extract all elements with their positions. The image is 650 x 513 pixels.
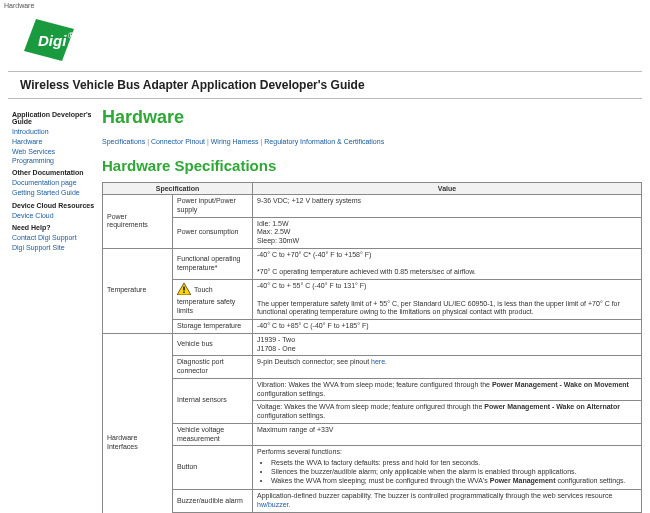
spec-value-cell: 9-36 VDC; +12 V battery systems [253,195,642,218]
spec-value-cell: -40° C to +70° C* (-40° F to +158° F)*70… [253,248,642,279]
spec-table: Specification Value Power requirementsPo… [102,182,642,513]
page-title: Hardware [102,107,642,128]
svg-text:Digi: Digi [38,32,67,49]
quicklink[interactable]: Connector Pinout [151,138,205,145]
spec-value-cell: J1939 - TwoJ1708 - One [253,333,642,356]
sidebar-nav: Application Developer's GuideIntroductio… [12,107,102,513]
table-row: Diagnostic port connector9-pin Deutsch c… [103,356,642,379]
sidebar-group-title: Other Documentation [12,169,96,176]
table-row: Internal sensorsVibration: Wakes the WVA… [103,378,642,423]
svg-rect-5 [183,292,184,293]
svg-rect-4 [183,287,184,291]
table-row: Buzzer/audible alarmApplication-defined … [103,490,642,513]
corner-label: Hardware [0,0,650,11]
spec-sub-cell: Storage temperature [173,320,253,334]
spec-sub-cell: Internal sensors [173,378,253,423]
sidebar-group-title: Need Help? [12,224,96,231]
spec-group-cell: Temperature [103,248,173,333]
spec-value-cell: 9-pin Deutsch connector; see pinout here… [253,356,642,379]
spec-sub-cell: Button [173,446,253,490]
sidebar-group-title: Device Cloud Resources [12,202,96,209]
warning-icon [177,283,191,298]
main-content: Hardware Specifications | Connector Pino… [102,107,642,513]
sidebar-link[interactable]: Digi Support Site [12,243,96,252]
sidebar-link[interactable]: Getting Started Guide [12,188,96,197]
spec-value-cell: Vibration: Wakes the WVA from sleep mode… [253,378,642,423]
spec-header-value: Value [253,183,642,195]
table-row: Vehicle voltage measurementMaximum range… [103,423,642,446]
table-row: TemperatureFunctional operating temperat… [103,248,642,279]
spec-sub-cell: Vehicle voltage measurement [173,423,253,446]
sidebar-link[interactable]: Web Services Programming [12,147,96,165]
spec-group-cell: Power requirements [103,195,173,249]
doc-title-bar: Wireless Vehicle Bus Adapter Application… [8,71,642,99]
quicklink[interactable]: Regulatory Information & Certifications [264,138,384,145]
spec-sub-cell: Vehicle bus [173,333,253,356]
table-row: Power consumptionIdle: 1.5WMax: 2.5WSlee… [103,217,642,248]
spec-header-specification: Specification [103,183,253,195]
spec-value-cell: Application-defined buzzer capability. T… [253,490,642,513]
sidebar-link[interactable]: Contact Digi Support [12,233,96,242]
quicklinks-bar: Specifications | Connector Pinout | Wiri… [102,138,642,145]
table-row: Power requirementsPower input/Power supp… [103,195,642,218]
table-row: ButtonPerforms several functions:Resets … [103,446,642,490]
spec-sub-cell: Touch temperature safety limits [173,280,253,320]
sidebar-link[interactable]: Documentation page [12,178,96,187]
sidebar-group-title: Application Developer's Guide [12,111,96,125]
spec-sub-cell: Diagnostic port connector [173,356,253,379]
table-row: Touch temperature safety limits-40° C to… [103,280,642,320]
spec-value-cell: -40° C to +85° C (-40° F to +185° F) [253,320,642,334]
quicklink[interactable]: Specifications [102,138,145,145]
spec-value-cell: -40° C to + 55° C (-40° F to 131° F)The … [253,280,642,320]
digi-logo: Digi ® [0,11,650,67]
spec-sub-cell: Power input/Power supply [173,195,253,218]
table-row: Hardware InterfacesVehicle busJ1939 - Tw… [103,333,642,356]
doc-title: Wireless Vehicle Bus Adapter Application… [20,78,365,92]
quicklink[interactable]: Wiring Harness [211,138,259,145]
sidebar-link[interactable]: Hardware [12,137,96,146]
spec-value-cell: Idle: 1.5WMax: 2.5WSleep: 30mW [253,217,642,248]
sidebar-link[interactable]: Introduction [12,127,96,136]
svg-text:®: ® [68,31,75,41]
section-heading-specs: Hardware Specifications [102,157,642,174]
spec-group-cell: Hardware Interfaces [103,333,173,513]
spec-sub-cell: Power consumption [173,217,253,248]
spec-value-cell: Performs several functions:Resets the WV… [253,446,642,490]
table-row: Storage temperature-40° C to +85° C (-40… [103,320,642,334]
sidebar-link[interactable]: Device Cloud [12,211,96,220]
spec-value-cell: Maximum range of +33V [253,423,642,446]
spec-sub-cell: Functional operating temperature* [173,248,253,279]
spec-sub-cell: Buzzer/audible alarm [173,490,253,513]
